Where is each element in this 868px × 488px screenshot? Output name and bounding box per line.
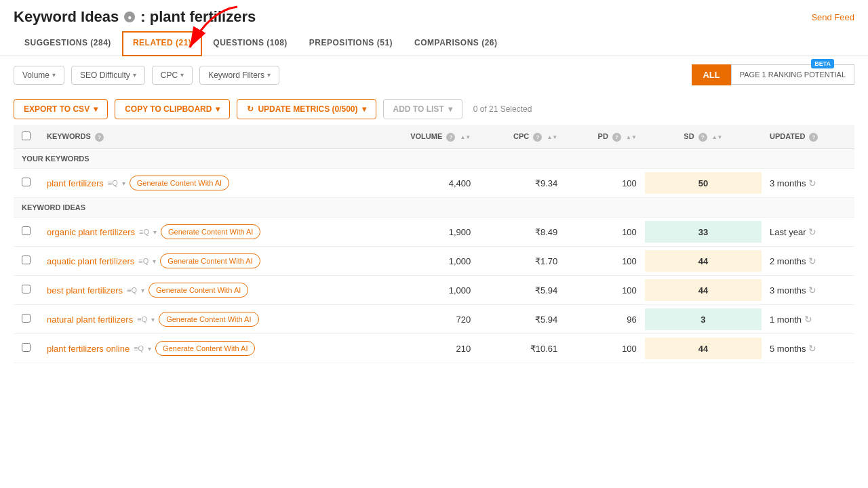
serp-icon[interactable]: ≡Q [139,228,149,236]
row-checkbox[interactable] [22,285,31,293]
keyword-link[interactable]: plant fertilizers [47,178,104,188]
title-info-icon[interactable]: ● [124,12,135,22]
row-checkbox[interactable] [22,226,31,235]
tab-questions[interactable]: QUESTIONS (108) [202,31,298,56]
chevron-down-icon[interactable]: ▾ [148,345,151,352]
chevron-down-icon: ▾ [216,104,220,114]
chevron-down-icon[interactable]: ▾ [122,180,125,187]
keyword-link[interactable]: organic plant fertilizers [47,227,135,237]
generate-ai-button[interactable]: Generate Content With AI [161,224,260,239]
refresh-icon[interactable]: ↻ [806,285,817,296]
row-checkbox[interactable] [22,314,31,323]
top-bar: Keyword Ideas ● : plant fertilizers Send… [0,0,868,31]
volume-cell: 1,000 [369,247,479,276]
tab-comparisons[interactable]: COMPARISONS (26) [403,31,508,56]
keyword-cell: aquatic plant fertilizers≡Q▾Generate Con… [39,247,369,275]
row-checkbox[interactable] [22,178,31,186]
tab-prepositions[interactable]: PREPOSITIONS (51) [298,31,403,56]
generate-ai-button[interactable]: Generate Content With AI [159,312,258,327]
all-view-button[interactable]: ALL [692,64,730,85]
serp-icon[interactable]: ≡Q [137,315,147,323]
cpc-cell: ₹1.70 [479,247,566,276]
select-all-checkbox[interactable] [22,131,31,140]
updated-info-icon[interactable]: ? [809,133,818,142]
generate-ai-button[interactable]: Generate Content With AI [155,341,255,356]
select-all-header[interactable] [14,125,39,149]
updated-text: 3 months [770,178,806,188]
chevron-down-icon[interactable]: ▾ [153,258,156,265]
sd-cell: 44 [645,247,762,276]
chevron-down-icon[interactable]: ▾ [153,228,157,236]
chevron-down-icon: ▾ [180,71,184,79]
tab-suggestions[interactable]: SUGGESTIONS (284) [14,31,122,56]
cpc-info-icon[interactable]: ? [533,133,542,142]
sort-arrows-sd[interactable]: ▲▼ [712,136,723,140]
keyword-link[interactable]: aquatic plant fertilizers [47,256,134,266]
serp-icon[interactable]: ≡Q [134,344,144,352]
chevron-down-icon: ▾ [52,71,56,79]
table-row: aquatic plant fertilizers≡Q▾Generate Con… [14,247,854,276]
keywords-info-icon[interactable]: ? [95,133,104,142]
keyword-link[interactable]: natural plant fertilizers [47,314,133,325]
chevron-down-icon[interactable]: ▾ [151,316,155,323]
sd-cell: 3 [645,305,762,334]
updated-text: 2 months [770,256,806,266]
chevron-down-icon[interactable]: ▾ [141,287,144,294]
tabs-bar: SUGGESTIONS (284) RELATED (21) QUESTIONS… [0,31,868,56]
filter-volume[interactable]: Volume ▾ [14,66,64,85]
row-checkbox-cell [14,276,39,305]
sort-arrows-volume[interactable]: ▲▼ [460,136,471,140]
filter-keyword-filters[interactable]: Keyword Filters ▾ [199,66,279,85]
export-csv-button[interactable]: EXPORT TO CSV ▾ [14,99,108,119]
sd-info-icon[interactable]: ? [698,133,707,142]
refresh-icon[interactable]: ↻ [802,314,812,325]
refresh-icon: ↻ [247,104,254,114]
sort-arrows-cpc[interactable]: ▲▼ [547,136,557,140]
refresh-icon[interactable]: ↻ [806,178,817,188]
actions-bar: EXPORT TO CSV ▾ COPY TO CLIPBOARD ▾ ↻ UP… [0,94,868,125]
keywords-table: KEYWORDS ? VOLUME ? ▲▼ CPC ? ▲▼ PD [0,125,868,363]
sd-badge: 3 [645,308,762,330]
volume-cell: 1,000 [369,276,479,305]
row-checkbox-cell [14,305,39,334]
pd-info-icon[interactable]: ? [612,133,621,142]
page1-ranking-button[interactable]: PAGE 1 RANKING POTENTIAL [731,64,854,85]
generate-ai-button[interactable]: Generate Content With AI [130,176,229,190]
row-checkbox[interactable] [22,343,31,352]
cpc-cell: ₹5.94 [479,276,566,305]
row-checkbox-cell [14,169,39,198]
filter-seo-difficulty[interactable]: SEO Difficulty ▾ [71,66,145,85]
selected-count: 0 of 21 Selected [473,104,532,114]
sd-badge: 50 [645,172,762,194]
volume-cell: 4,400 [369,169,479,198]
updated-text: 3 months [770,285,806,296]
sd-cell: 33 [645,218,762,247]
page-title: Keyword Ideas ● : plant fertilizers [14,8,256,26]
updated-cell: 1 month ↻ [762,305,854,334]
tab-related[interactable]: RELATED (21) [122,31,202,56]
send-feed-link[interactable]: Send Feed [811,12,854,22]
col-updated: UPDATED ? [762,125,854,149]
copy-clipboard-button[interactable]: COPY TO CLIPBOARD ▾ [115,99,230,119]
row-checkbox[interactable] [22,256,31,264]
sort-arrows-pd[interactable]: ▲▼ [626,136,637,140]
volume-info-icon[interactable]: ? [446,133,455,142]
table-row: plant fertilizers online≡Q▾Generate Cont… [14,334,854,363]
serp-icon[interactable]: ≡Q [138,257,149,265]
generate-ai-button[interactable]: Generate Content With AI [149,283,248,298]
refresh-icon[interactable]: ↻ [806,343,817,354]
filter-cpc[interactable]: CPC ▾ [152,66,193,85]
pd-cell: 96 [566,305,645,334]
sd-badge: 44 [645,250,762,272]
add-to-list-button[interactable]: ADD TO LIST ▾ [383,99,462,119]
refresh-icon[interactable]: ↻ [806,226,817,237]
generate-ai-button[interactable]: Generate Content With AI [160,253,260,268]
serp-icon[interactable]: ≡Q [108,179,118,187]
keyword-link[interactable]: plant fertilizers online [47,344,130,354]
update-metrics-button[interactable]: ↻ UPDATE METRICS (0/500) ▾ [237,99,376,119]
col-keywords: KEYWORDS ? [39,125,369,149]
keyword-link[interactable]: best plant fertilizers [47,285,123,296]
refresh-icon[interactable]: ↻ [806,256,817,266]
serp-icon[interactable]: ≡Q [127,286,137,294]
filters-bar: Volume ▾ SEO Difficulty ▾ CPC ▾ Keyword … [0,56,868,94]
